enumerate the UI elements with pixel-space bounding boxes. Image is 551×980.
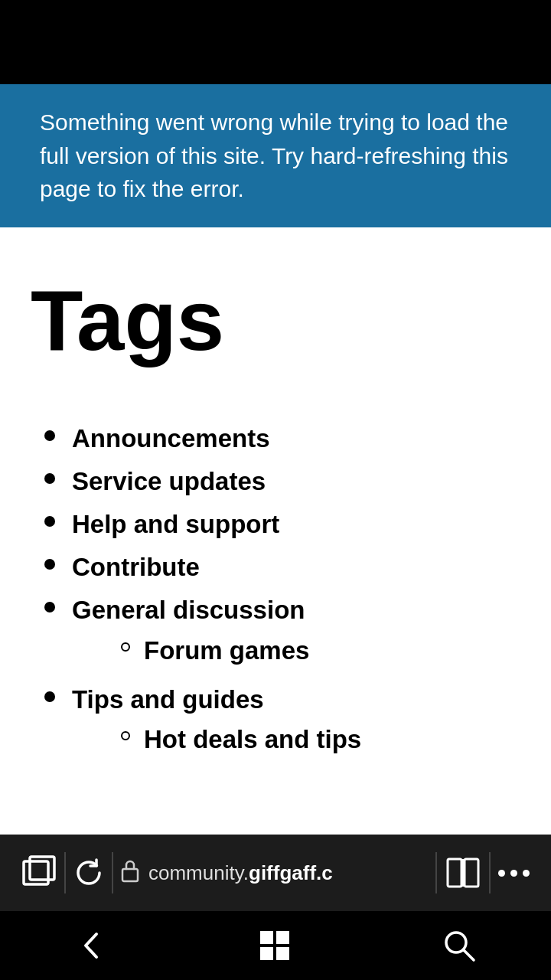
sub-list-item-label: Hot deals and tips xyxy=(144,722,361,757)
svg-rect-6 xyxy=(260,931,273,944)
windows-icon xyxy=(258,929,292,962)
list-item[interactable]: Hot deals and tips xyxy=(121,722,361,757)
bullet-icon xyxy=(44,473,55,484)
list-item-label: Help and support xyxy=(72,507,279,542)
list-item-label: Tips and guides xyxy=(72,682,264,717)
bullet-icon xyxy=(44,559,55,570)
list-item[interactable]: Contribute xyxy=(44,550,528,585)
bullet-icon xyxy=(44,516,55,527)
svg-rect-2 xyxy=(122,869,138,881)
reading-mode-button[interactable] xyxy=(437,854,489,891)
book-icon xyxy=(445,854,481,891)
svg-rect-8 xyxy=(260,947,273,960)
tags-list: Announcements Service updates Help and s… xyxy=(0,421,551,764)
error-banner: Something went wrong while trying to loa… xyxy=(0,84,551,227)
list-item[interactable]: Help and support xyxy=(44,507,528,542)
error-message: Something went wrong while trying to loa… xyxy=(40,106,511,206)
list-item[interactable]: General discussion Forum games xyxy=(44,593,528,674)
windows-nav-bar xyxy=(0,911,551,980)
list-item-label: General discussion xyxy=(72,593,305,628)
list-item[interactable]: Announcements xyxy=(44,421,528,456)
sub-list-item-label: Forum games xyxy=(144,633,309,668)
url-highlight: giffgaff.c xyxy=(249,861,333,884)
divider xyxy=(112,852,113,893)
browser-toolbar: community.giffgaff.c xyxy=(0,835,551,911)
sub-bullet-icon xyxy=(121,731,130,740)
sub-list: Hot deals and tips xyxy=(44,722,361,763)
more-options-button[interactable] xyxy=(491,870,537,877)
address-bar[interactable]: community.giffgaff.c xyxy=(119,858,429,888)
reload-icon xyxy=(73,858,104,888)
bullet-icon xyxy=(44,430,55,441)
sub-bullet-icon xyxy=(121,642,130,652)
list-item[interactable]: Tips and guides Hot deals and tips xyxy=(44,682,528,763)
lock-icon xyxy=(119,858,141,888)
home-button[interactable] xyxy=(235,921,315,970)
sub-list: Forum games xyxy=(44,633,309,675)
more-options-icon xyxy=(498,870,530,877)
svg-rect-7 xyxy=(276,931,289,944)
search-icon xyxy=(442,929,476,962)
tab-view-button[interactable] xyxy=(14,855,64,890)
tab-icon xyxy=(21,855,57,890)
main-content: Tags Announcements Service updates Help … xyxy=(0,227,551,835)
svg-line-11 xyxy=(464,950,474,960)
svg-rect-4 xyxy=(465,859,478,887)
reload-button[interactable] xyxy=(66,858,112,888)
svg-rect-3 xyxy=(448,859,461,887)
svg-rect-9 xyxy=(276,947,289,960)
list-item-label: Service updates xyxy=(72,464,266,499)
list-item[interactable]: Service updates xyxy=(44,464,528,499)
back-icon xyxy=(75,929,107,962)
bullet-icon xyxy=(44,602,55,612)
url-text: community.giffgaff.c xyxy=(148,861,333,885)
list-item-label: Contribute xyxy=(72,550,200,585)
back-button[interactable] xyxy=(52,922,130,969)
list-item-label: Announcements xyxy=(72,421,270,456)
page-title: Tags xyxy=(0,273,551,368)
list-item[interactable]: Forum games xyxy=(121,633,309,668)
status-bar xyxy=(0,0,551,84)
bullet-icon xyxy=(44,691,55,702)
search-button[interactable] xyxy=(419,921,499,970)
